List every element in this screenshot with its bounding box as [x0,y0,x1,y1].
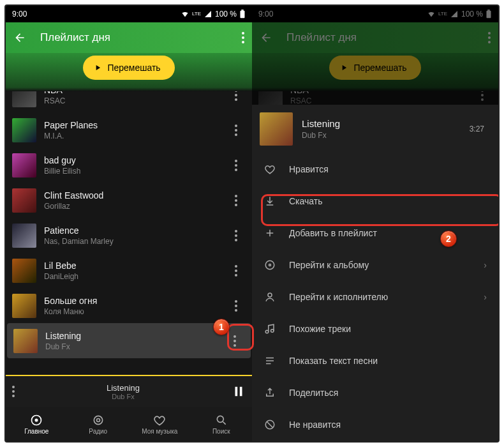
track-row[interactable]: Lil Bebe DaniLeigh [6,253,252,288]
context-label: Добавить в плейлист [289,228,377,238]
svg-rect-1 [241,10,244,11]
nav-home[interactable]: Главное [6,414,68,435]
battery-text: 100 % [461,10,483,19]
svg-point-3 [35,418,38,421]
track-artist: M.I.A. [44,132,225,140]
svg-point-11 [268,293,272,297]
context-label: Не нравится [289,420,341,430]
wifi-icon [181,10,189,18]
track-title: bad guy [44,155,225,165]
track-artist: Gorillaz [44,202,225,211]
now-playing-bar[interactable]: Listening Dub Fx [6,375,252,407]
page-title: Плейлист дня [40,31,110,44]
context-label: Перейти к исполнителю [289,292,388,302]
context-track-artist: Dub Fx [302,131,340,140]
svg-point-4 [96,418,100,421]
track-artist: Billie Eilish [44,167,225,176]
track-artist: Nas, Damian Marley [44,237,225,246]
context-item-dislike[interactable]: Не нравится [252,409,498,441]
track-more-button[interactable] [225,91,247,106]
bottom-nav: Главное Радио Моя музыка Поиск [6,407,252,441]
track-more-button[interactable] [225,295,247,317]
shuffle-label: Перемешать [107,63,160,73]
network-label: LTE [438,11,447,17]
nav-radio-label: Радио [89,428,107,435]
track-row[interactable]: Больше огня Коля Маню [6,288,252,323]
track-more-button[interactable] [225,260,247,282]
album-art [12,118,36,142]
track-row[interactable]: NBA RSAC [6,91,252,112]
svg-point-13 [271,330,274,333]
context-item-similar[interactable]: Похожие треки [252,313,498,345]
track-row[interactable]: bad guy Billie Eilish [6,148,252,183]
shuffle-button[interactable]: Перемешать [83,56,174,80]
shuffle-button[interactable]: Перемешать [329,56,420,80]
track-row[interactable]: Clint Eastwood Gorillaz [6,183,252,218]
context-item-goto-artist[interactable]: Перейти к исполнителю › [252,281,498,313]
track-more-button[interactable] [225,225,247,246]
track-context-menu: Listening Dub Fx 3:27 Нравится Скачать [252,105,498,441]
block-icon [263,419,276,430]
nav-mymusic-label: Моя музыка [142,428,177,435]
battery-text: 100 % [215,10,237,19]
track-more-button[interactable] [225,190,247,211]
context-album-art [260,112,293,146]
track-artist: RSAC [290,96,471,105]
context-label: Скачать [289,196,323,206]
wifi-icon [427,10,436,18]
nav-mymusic[interactable]: Моя музыка [129,414,191,435]
context-header: Listening Dub Fx 3:27 [252,105,498,153]
track-title: NBA [44,91,225,95]
signal-icon [204,10,212,18]
track-title: Paper Planes [44,120,225,130]
track-more-button[interactable] [471,91,493,106]
share-icon [263,387,276,398]
signal-icon [450,10,459,18]
context-item-add-playlist[interactable]: Добавить в плейлист [252,217,498,249]
play-icon [93,63,102,72]
track-artist: DaniLeigh [44,272,225,281]
back-icon[interactable] [13,31,26,44]
context-item-lyrics[interactable]: Показать текст песни [252,345,498,377]
status-bar: 9:00 LTE 100 % [252,6,498,22]
back-icon[interactable] [260,31,272,44]
context-item-share[interactable]: Поделиться [252,377,498,409]
svg-point-10 [269,264,271,266]
context-label: Показать текст песни [289,356,378,366]
shuffle-row: Перемешать [6,53,252,91]
svg-rect-0 [241,11,245,18]
chevron-right-icon: › [484,292,487,302]
track-title: NBA [290,91,471,95]
header-more-icon[interactable] [488,32,491,43]
pause-icon[interactable] [232,384,246,398]
annotation-badge-2: 2 [440,231,457,247]
page-title: Плейлист дня [286,31,357,44]
track-artist: Коля Маню [44,307,225,316]
track-more-button[interactable] [225,119,247,141]
track-more-button[interactable] [225,155,247,176]
lyrics-icon [263,355,276,367]
context-item-goto-album[interactable]: Перейти к альбому › [252,249,498,281]
battery-icon [239,10,246,19]
status-time: 9:00 [12,10,27,19]
artist-icon [263,291,276,303]
plus-icon [263,227,276,239]
svg-rect-7 [487,11,491,18]
track-row[interactable]: Paper Planes M.I.A. [6,112,252,148]
app-header: Плейлист дня [252,22,498,53]
context-item-download[interactable]: Скачать [252,185,498,217]
album-art [12,188,36,213]
track-more-button[interactable] [224,330,246,352]
track-row[interactable]: Patience Nas, Damian Marley [6,218,252,253]
phone-left: 9:00 LTE 100 % Плейлист дня Перемешать [6,6,252,441]
svg-point-6 [217,416,223,422]
app-header: Плейлист дня [6,22,252,53]
context-item-like[interactable]: Нравится [252,153,498,185]
nav-home-label: Главное [24,428,48,435]
svg-rect-8 [487,10,490,11]
nav-radio[interactable]: Радио [68,414,130,435]
nav-search[interactable]: Поиск [191,414,253,435]
header-more-icon[interactable] [242,32,244,43]
download-icon [263,195,276,207]
context-label: Нравится [289,164,329,174]
